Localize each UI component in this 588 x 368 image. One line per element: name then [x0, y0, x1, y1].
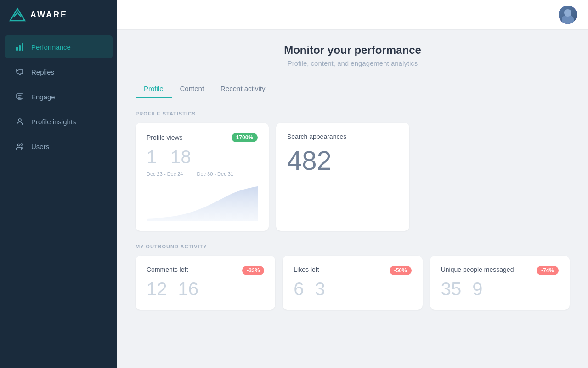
comments-left-value-prev: 12 — [147, 279, 167, 299]
comments-left-value-curr: 16 — [178, 279, 199, 299]
sidebar: AWARE Performance Replies — [0, 0, 117, 368]
svg-rect-2 — [19, 45, 21, 51]
svg-rect-4 — [17, 94, 23, 98]
users-label: Users — [31, 143, 49, 150]
comments-left-title: Comments left — [147, 266, 188, 273]
profile-views-values: 1 18 — [147, 147, 258, 167]
svg-rect-1 — [16, 47, 18, 51]
search-appearances-card: Search appearances 482 — [276, 123, 409, 231]
likes-left-card: Likes left -50% 6 3 — [283, 256, 422, 310]
user-avatar[interactable] — [559, 6, 577, 24]
likes-left-value-curr: 3 — [315, 279, 325, 299]
likes-left-header: Likes left -50% — [294, 266, 411, 275]
search-appearances-value: 482 — [287, 145, 398, 176]
search-appearances-header: Search appearances — [287, 133, 398, 140]
tab-recent-activity[interactable]: Recent activity — [212, 80, 274, 98]
page-subtitle: Profile, content, and engagement analyti… — [136, 59, 570, 67]
replies-icon — [15, 67, 25, 77]
unique-people-value-curr: 9 — [472, 279, 482, 299]
svg-rect-3 — [22, 43, 23, 51]
sidebar-item-replies[interactable]: Replies — [5, 60, 113, 83]
svg-point-7 — [21, 144, 23, 145]
sidebar-nav: Performance Replies Engage — [0, 30, 117, 163]
unique-people-value-prev: 35 — [441, 279, 462, 299]
unique-people-values: 35 9 — [441, 279, 559, 299]
unique-people-badge: -74% — [537, 266, 559, 275]
profile-insights-icon — [15, 116, 25, 126]
replies-label: Replies — [31, 68, 54, 76]
engage-icon — [15, 92, 25, 102]
page-header: Monitor your performance Profile, conten… — [136, 44, 570, 67]
profile-views-title: Profile views — [147, 134, 183, 141]
performance-label: Performance — [31, 43, 71, 51]
profile-views-value-prev: 1 — [147, 147, 157, 167]
sidebar-item-performance[interactable]: Performance — [5, 35, 113, 58]
search-appearances-title: Search appearances — [287, 133, 346, 140]
unique-people-card: Unique people messaged -74% 35 9 — [430, 256, 570, 310]
profile-views-date-prev: Dec 23 - Dec 24 — [147, 171, 183, 177]
content-area: Monitor your performance Profile, conten… — [117, 30, 588, 368]
likes-left-badge: -50% — [390, 266, 412, 275]
profile-views-card: Profile views 1700% 1 18 Dec 23 - Dec 24… — [136, 123, 269, 231]
page-title: Monitor your performance — [136, 44, 570, 57]
profile-views-chart — [147, 184, 258, 221]
outbound-activity-cards: Comments left -33% 12 16 Likes left -50%… — [136, 256, 570, 310]
comments-left-values: 12 16 — [147, 279, 264, 299]
comments-left-card: Comments left -33% 12 16 — [136, 256, 275, 310]
svg-marker-0 — [10, 9, 25, 21]
likes-left-values: 6 3 — [294, 279, 411, 299]
profile-insights-label: Profile insights — [31, 118, 76, 126]
aware-logo-icon — [9, 7, 26, 23]
likes-left-title: Likes left — [294, 266, 319, 273]
profile-views-date-curr: Dec 30 - Dec 31 — [197, 171, 233, 177]
sidebar-item-profile-insights[interactable]: Profile insights — [5, 110, 113, 133]
profile-views-header: Profile views 1700% — [147, 133, 258, 142]
profile-views-badge: 1700% — [232, 133, 258, 142]
profile-statistics-label: PROFILE STATISTICS — [136, 111, 570, 116]
app-name: AWARE — [30, 10, 68, 20]
profile-views-value-curr: 18 — [170, 147, 191, 167]
tab-content[interactable]: Content — [172, 80, 213, 98]
svg-point-6 — [18, 144, 20, 146]
chart-icon — [15, 42, 25, 52]
topbar — [117, 0, 588, 30]
likes-left-value-prev: 6 — [294, 279, 304, 299]
profile-statistics-cards: Profile views 1700% 1 18 Dec 23 - Dec 24… — [136, 123, 570, 231]
sidebar-item-users[interactable]: Users — [5, 135, 113, 158]
users-icon — [15, 141, 25, 151]
sidebar-logo: AWARE — [0, 0, 117, 30]
svg-point-5 — [18, 119, 21, 121]
main-content: Monitor your performance Profile, conten… — [117, 0, 588, 368]
comments-left-header: Comments left -33% — [147, 266, 264, 275]
profile-views-dates: Dec 23 - Dec 24 Dec 30 - Dec 31 — [147, 171, 258, 177]
tab-profile[interactable]: Profile — [136, 80, 172, 98]
tabs-bar: Profile Content Recent activity — [136, 80, 570, 98]
unique-people-title: Unique people messaged — [441, 266, 514, 273]
outbound-activity-label: MY OUTBOUND ACTIVITY — [136, 244, 570, 249]
unique-people-header: Unique people messaged -74% — [441, 266, 559, 275]
engage-label: Engage — [31, 93, 55, 101]
comments-left-badge: -33% — [242, 266, 264, 275]
sidebar-item-engage[interactable]: Engage — [5, 85, 113, 108]
